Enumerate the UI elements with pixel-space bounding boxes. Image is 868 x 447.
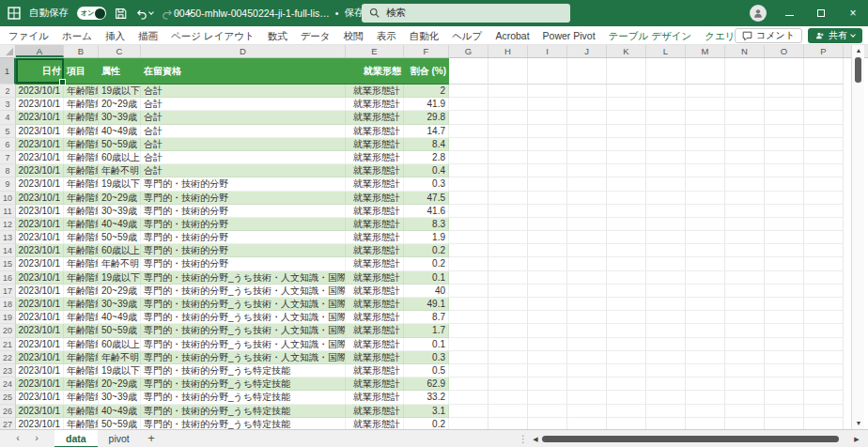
row-number[interactable]: 7: [0, 151, 16, 164]
cell[interactable]: 0.2: [404, 244, 449, 257]
empty-cell[interactable]: [686, 351, 725, 364]
cell[interactable]: 41.6: [404, 205, 449, 218]
empty-cell[interactable]: [686, 58, 725, 85]
row-number[interactable]: 6: [0, 138, 16, 151]
empty-cell[interactable]: [686, 405, 725, 418]
cell[interactable]: 専門的・技術的分野_うち技術・人文知識・国際業務: [141, 285, 346, 298]
empty-cell[interactable]: [528, 391, 567, 404]
row-number[interactable]: 2: [0, 85, 16, 98]
column-header-N[interactable]: N: [725, 45, 765, 57]
cell[interactable]: 3.1: [404, 405, 449, 418]
cell[interactable]: 62.9: [404, 378, 449, 391]
empty-cell[interactable]: [686, 85, 725, 98]
column-header-J[interactable]: J: [567, 45, 607, 57]
empty-cell[interactable]: [488, 231, 528, 244]
sheet-prev-button[interactable]: ‹: [9, 430, 26, 447]
ribbon-tab[interactable]: 描画: [132, 26, 164, 45]
empty-cell[interactable]: [725, 405, 765, 418]
empty-cell[interactable]: [528, 244, 567, 257]
cell[interactable]: 2023/10/1: [16, 378, 64, 391]
cell[interactable]: 20~29歳: [99, 378, 141, 391]
cell[interactable]: 2023/10/1: [16, 192, 64, 205]
empty-cell[interactable]: [567, 338, 607, 351]
row-number[interactable]: 5: [0, 125, 16, 138]
tabbar-divider-handle[interactable]: ⋮: [519, 431, 528, 447]
empty-cell[interactable]: [528, 138, 567, 151]
row-number[interactable]: 14: [0, 244, 16, 257]
empty-cell[interactable]: [488, 311, 528, 324]
cell[interactable]: 40~49歳: [99, 218, 141, 231]
cell[interactable]: 就業形態計: [346, 338, 404, 351]
empty-cell[interactable]: [804, 311, 844, 324]
row-number[interactable]: 25: [0, 391, 16, 404]
empty-cell[interactable]: [725, 138, 765, 151]
avatar[interactable]: [750, 5, 767, 22]
cell[interactable]: 2023/10/1: [16, 351, 64, 364]
empty-cell[interactable]: [804, 405, 844, 418]
empty-cell[interactable]: [567, 405, 607, 418]
empty-cell[interactable]: [765, 418, 804, 429]
empty-cell[interactable]: [765, 351, 804, 364]
empty-cell[interactable]: [449, 271, 488, 285]
empty-cell[interactable]: [646, 271, 686, 285]
empty-cell[interactable]: [765, 138, 804, 151]
empty-cell[interactable]: [528, 231, 567, 244]
cell[interactable]: 年齢階級: [64, 364, 99, 378]
cell[interactable]: 就業形態計: [346, 364, 404, 378]
empty-cell[interactable]: [765, 164, 804, 177]
empty-cell[interactable]: [725, 311, 765, 324]
select-all-corner[interactable]: [0, 45, 16, 57]
cell[interactable]: 年齢階級: [64, 405, 99, 418]
cell[interactable]: 就業形態計: [346, 111, 404, 124]
empty-cell[interactable]: [449, 298, 488, 311]
cell[interactable]: 40~49歳: [99, 311, 141, 324]
cell[interactable]: 就業形態計: [346, 98, 404, 111]
cell[interactable]: 専門的・技術的分野: [141, 218, 346, 231]
cell[interactable]: 就業形態計: [346, 192, 404, 205]
empty-cell[interactable]: [686, 111, 725, 124]
empty-cell[interactable]: [804, 244, 844, 257]
empty-cell[interactable]: [607, 205, 646, 218]
row-number[interactable]: 8: [0, 164, 16, 177]
empty-cell[interactable]: [607, 271, 646, 285]
empty-cell[interactable]: [607, 164, 646, 177]
empty-cell[interactable]: [804, 285, 844, 298]
empty-cell[interactable]: [488, 151, 528, 164]
empty-cell[interactable]: [804, 205, 844, 218]
cell[interactable]: 年齢階級: [64, 177, 99, 191]
document-title[interactable]: 00450-mhlw-00450224-ji-1-full-lis… • 保存済…: [174, 0, 394, 26]
column-header-C[interactable]: C: [99, 45, 141, 57]
cell[interactable]: 2023/10/1: [16, 177, 64, 191]
empty-cell[interactable]: [646, 244, 686, 257]
empty-cell[interactable]: [804, 351, 844, 364]
empty-cell[interactable]: [804, 138, 844, 151]
empty-cell[interactable]: [804, 98, 844, 111]
ribbon-tab[interactable]: 校閲: [337, 26, 370, 45]
empty-cell[interactable]: [528, 125, 567, 138]
vertical-scroll-thumb[interactable]: [855, 57, 861, 83]
cell[interactable]: 合計: [141, 98, 346, 111]
row-number[interactable]: 15: [0, 257, 16, 270]
empty-cell[interactable]: [804, 338, 844, 351]
empty-cell[interactable]: [528, 164, 567, 177]
empty-cell[interactable]: [686, 285, 725, 298]
cell[interactable]: 2023/10/1: [16, 164, 64, 177]
empty-cell[interactable]: [765, 271, 804, 285]
cell[interactable]: 2023/10/1: [16, 285, 64, 298]
empty-cell[interactable]: [567, 298, 607, 311]
empty-cell[interactable]: [528, 378, 567, 391]
empty-cell[interactable]: [646, 231, 686, 244]
empty-cell[interactable]: [686, 271, 725, 285]
empty-cell[interactable]: [646, 298, 686, 311]
cell[interactable]: 専門的・技術的分野: [141, 244, 346, 257]
empty-cell[interactable]: [646, 192, 686, 205]
row-number[interactable]: 9: [0, 177, 16, 191]
empty-cell[interactable]: [528, 111, 567, 124]
cell[interactable]: 47.5: [404, 192, 449, 205]
cell[interactable]: 2: [404, 85, 449, 98]
cell[interactable]: 就業形態計: [346, 205, 404, 218]
cell[interactable]: 50~59歳: [99, 418, 141, 429]
empty-cell[interactable]: [725, 205, 765, 218]
empty-cell[interactable]: [804, 271, 844, 285]
cell[interactable]: 就業形態計: [346, 244, 404, 257]
